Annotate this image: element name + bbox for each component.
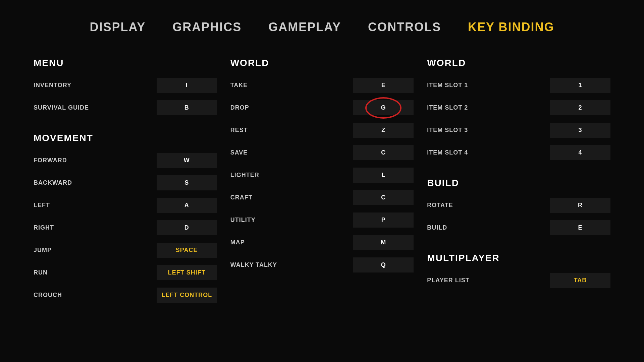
- binding-label: BUILD: [427, 224, 481, 231]
- binding-label: ROTATE: [427, 202, 481, 209]
- binding-label: BACKWARD: [34, 179, 87, 186]
- key-box[interactable]: 4: [550, 145, 610, 160]
- binding-row: BUILDE: [427, 220, 610, 235]
- binding-row: ITEM SLOT 44: [427, 145, 610, 160]
- binding-row: RESTZ: [230, 123, 414, 138]
- key-box[interactable]: E: [550, 220, 610, 235]
- key-box[interactable]: LEFT CONTROL: [157, 288, 217, 303]
- content-area: MENUINVENTORYISURVIVAL GUIDEBMOVEMENTFOR…: [0, 51, 644, 317]
- section-header-movement: MOVEMENT: [34, 133, 217, 143]
- binding-row: ITEM SLOT 11: [427, 78, 610, 93]
- section-header-build: BUILD: [427, 178, 610, 188]
- key-box[interactable]: L: [353, 168, 414, 183]
- binding-label: LEFT: [34, 202, 87, 209]
- binding-row: SURVIVAL GUIDEB: [34, 100, 217, 115]
- nav-tab-gameplay[interactable]: GAMEPLAY: [268, 20, 341, 34]
- key-box[interactable]: LEFT SHIFT: [157, 265, 217, 280]
- key-box[interactable]: P: [353, 213, 414, 228]
- key-box[interactable]: G: [353, 100, 414, 115]
- right-column: WORLDITEM SLOT 11ITEM SLOT 22ITEM SLOT 3…: [420, 58, 617, 310]
- binding-row: PLAYER LISTTAB: [427, 273, 610, 288]
- binding-label: INVENTORY: [34, 82, 87, 89]
- binding-label: CRAFT: [230, 194, 284, 201]
- binding-row: SAVEC: [230, 145, 414, 160]
- binding-label: RUN: [34, 269, 87, 276]
- binding-label: FORWARD: [34, 157, 87, 164]
- binding-row: INVENTORYI: [34, 78, 217, 93]
- binding-row: UTILITYP: [230, 213, 414, 228]
- section-header-menu: MENU: [34, 58, 217, 68]
- binding-row: CROUCHLEFT CONTROL: [34, 288, 217, 303]
- key-box[interactable]: S: [157, 175, 217, 190]
- binding-row: LEFTA: [34, 198, 217, 213]
- key-box[interactable]: W: [157, 153, 217, 168]
- key-box[interactable]: TAB: [550, 273, 610, 288]
- binding-row: RUNLEFT SHIFT: [34, 265, 217, 280]
- key-box[interactable]: E: [353, 78, 414, 93]
- binding-row: ROTATER: [427, 198, 610, 213]
- section-spacer: [427, 243, 610, 253]
- binding-label: CROUCH: [34, 292, 87, 299]
- binding-row: ITEM SLOT 33: [427, 123, 610, 138]
- section-spacer: [34, 123, 217, 133]
- nav-tab-display[interactable]: DISPLAY: [90, 20, 146, 34]
- section-spacer: [427, 168, 610, 178]
- key-box-circled-wrapper[interactable]: G: [353, 100, 414, 115]
- binding-row: DROPG: [230, 100, 414, 115]
- binding-label: SAVE: [230, 149, 284, 156]
- binding-row: MAPM: [230, 235, 414, 250]
- nav-tab-graphics[interactable]: GRAPHICS: [172, 20, 241, 34]
- key-box[interactable]: 3: [550, 123, 610, 138]
- key-box[interactable]: C: [353, 145, 414, 160]
- section-header-multiplayer: MULTIPLAYER: [427, 253, 610, 263]
- key-box[interactable]: Q: [353, 257, 414, 273]
- binding-label: UTILITY: [230, 217, 284, 224]
- binding-row: RIGHTD: [34, 220, 217, 235]
- binding-row: JUMPSPACE: [34, 243, 217, 258]
- key-box[interactable]: M: [353, 235, 414, 250]
- binding-row: TAKEE: [230, 78, 414, 93]
- binding-label: ITEM SLOT 3: [427, 127, 481, 134]
- binding-row: ITEM SLOT 22: [427, 100, 610, 115]
- binding-label: ITEM SLOT 2: [427, 104, 481, 111]
- binding-row: LIGHTERL: [230, 168, 414, 183]
- key-box[interactable]: Z: [353, 123, 414, 138]
- key-box[interactable]: 1: [550, 78, 610, 93]
- binding-label: LIGHTER: [230, 172, 284, 179]
- binding-row: WALKY TALKYQ: [230, 257, 414, 273]
- section-header-world: WORLD: [427, 58, 610, 68]
- nav-tab-controls[interactable]: CONTROLS: [368, 20, 441, 34]
- key-box[interactable]: B: [157, 100, 217, 115]
- binding-label: WALKY TALKY: [230, 261, 284, 268]
- binding-row: CRAFTC: [230, 190, 414, 205]
- left-column: MENUINVENTORYISURVIVAL GUIDEBMOVEMENTFOR…: [27, 58, 224, 310]
- key-box[interactable]: I: [157, 78, 217, 93]
- binding-label: REST: [230, 127, 284, 134]
- binding-row: BACKWARDS: [34, 175, 217, 190]
- binding-label: ITEM SLOT 1: [427, 82, 481, 89]
- middle-column: WORLDTAKEEDROPGRESTZSAVECLIGHTERLCRAFTCU…: [224, 58, 421, 310]
- binding-label: PLAYER LIST: [427, 277, 481, 284]
- binding-label: ITEM SLOT 4: [427, 149, 481, 156]
- key-box[interactable]: 2: [550, 100, 610, 115]
- key-box[interactable]: SPACE: [157, 243, 217, 258]
- binding-label: JUMP: [34, 247, 87, 254]
- key-box[interactable]: R: [550, 198, 610, 213]
- binding-row: FORWARDW: [34, 153, 217, 168]
- section-header-world: WORLD: [230, 58, 414, 68]
- binding-label: DROP: [230, 104, 284, 111]
- binding-label: MAP: [230, 239, 284, 246]
- binding-label: TAKE: [230, 82, 284, 89]
- key-box[interactable]: C: [353, 190, 414, 205]
- binding-label: SURVIVAL GUIDE: [34, 104, 89, 111]
- key-box[interactable]: D: [157, 220, 217, 235]
- nav-tab-keybinding[interactable]: KEY BINDING: [468, 20, 554, 34]
- binding-label: RIGHT: [34, 224, 87, 231]
- key-box[interactable]: A: [157, 198, 217, 213]
- nav-tabs: DISPLAYGRAPHICSGAMEPLAYCONTROLSKEY BINDI…: [0, 0, 644, 51]
